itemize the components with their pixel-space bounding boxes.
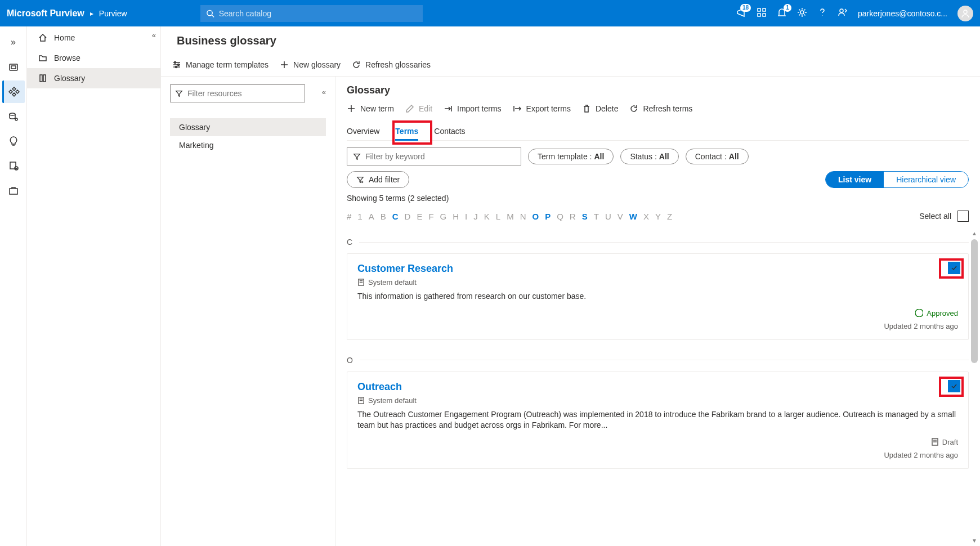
filter-resources[interactable] bbox=[170, 84, 305, 102]
notifications-icon[interactable]: 1 bbox=[777, 7, 787, 19]
book-icon bbox=[38, 74, 47, 83]
glossary-title: Glossary bbox=[347, 84, 969, 96]
main-area: Business glossary Manage term templates … bbox=[161, 26, 980, 546]
user-email[interactable]: parkerjones@contoso.c... bbox=[858, 9, 947, 18]
term-card[interactable]: Customer ResearchSystem defaultThis info… bbox=[347, 253, 969, 340]
keyword-filter-input[interactable] bbox=[365, 152, 515, 161]
alpha-letter-E: E bbox=[417, 212, 422, 221]
user-avatar[interactable] bbox=[957, 6, 973, 21]
alpha-letter-M: M bbox=[507, 212, 514, 221]
resource-item-marketing[interactable]: Marketing bbox=[170, 136, 326, 154]
scroll-down-arrow[interactable]: ▼ bbox=[971, 538, 978, 544]
new-term-button[interactable]: New term bbox=[347, 104, 394, 113]
tab-terms[interactable]: Terms bbox=[395, 122, 418, 140]
breadcrumb-item[interactable]: Purview bbox=[99, 9, 127, 18]
filters-row: Term template :All Status :All Contact :… bbox=[347, 147, 969, 165]
status-filter[interactable]: Status :All bbox=[620, 149, 678, 164]
sidebar-item-home[interactable]: Home bbox=[27, 28, 160, 48]
manage-templates-button[interactable]: Manage term templates bbox=[172, 60, 269, 69]
help-icon[interactable] bbox=[817, 7, 827, 19]
section-header: C bbox=[347, 238, 969, 247]
term-template: System default bbox=[357, 396, 958, 405]
hierarchical-view-button[interactable]: Hierarchical view bbox=[884, 172, 968, 187]
resources-collapse-icon[interactable]: « bbox=[322, 88, 326, 96]
alpha-letter-H: H bbox=[453, 212, 459, 221]
glossary-toolbar: New term Edit Import terms Export terms bbox=[347, 104, 969, 119]
term-title[interactable]: Customer Research bbox=[357, 263, 958, 275]
trash-icon bbox=[582, 104, 591, 113]
svg-rect-15 bbox=[10, 189, 17, 194]
status-badge: Draft bbox=[931, 438, 958, 446]
tab-overview[interactable]: Overview bbox=[347, 122, 379, 140]
resource-item-glossary[interactable]: Glossary bbox=[170, 118, 326, 136]
apps-icon[interactable] bbox=[757, 7, 767, 19]
add-filter-button[interactable]: Add filter bbox=[347, 171, 409, 188]
term-description: The Outreach Customer Engagement Program… bbox=[357, 409, 958, 431]
rail-policy[interactable] bbox=[2, 155, 25, 177]
tab-contacts[interactable]: Contacts bbox=[434, 122, 465, 140]
select-all-checkbox[interactable] bbox=[957, 211, 969, 222]
edit-button: Edit bbox=[405, 104, 432, 113]
catalog-search-input[interactable] bbox=[219, 9, 417, 18]
select-all-label[interactable]: Select all bbox=[919, 212, 951, 221]
delete-button[interactable]: Delete bbox=[582, 104, 618, 113]
catalog-search[interactable] bbox=[200, 5, 423, 22]
alpha-letter-P[interactable]: P bbox=[545, 212, 551, 221]
rail-catalog[interactable] bbox=[2, 80, 25, 103]
page-toolbar: Manage term templates New glossary Refre… bbox=[161, 53, 980, 77]
list-view-button[interactable]: List view bbox=[826, 172, 884, 187]
term-checkbox[interactable] bbox=[948, 380, 960, 392]
import-button[interactable]: Import terms bbox=[444, 104, 502, 113]
refresh-icon bbox=[352, 60, 361, 69]
resource-list: Glossary Marketing bbox=[170, 118, 326, 154]
glossary-panel: Glossary New term Edit Import terms bbox=[335, 77, 980, 546]
term-updated: Updated 2 months ago bbox=[884, 451, 958, 459]
rail-management[interactable] bbox=[2, 180, 25, 202]
filter-resources-input[interactable] bbox=[187, 89, 300, 98]
alpha-letter-W[interactable]: W bbox=[629, 212, 637, 221]
feedback-icon[interactable] bbox=[838, 7, 848, 19]
settings-icon[interactable] bbox=[797, 7, 807, 19]
template-filter[interactable]: Term template :All bbox=[528, 149, 614, 164]
term-checkbox[interactable] bbox=[948, 262, 960, 274]
nav-rail: » bbox=[0, 26, 27, 546]
alpha-letter-T: T bbox=[594, 212, 599, 221]
sidebar-item-label: Browse bbox=[54, 53, 80, 62]
status-badge: Approved bbox=[915, 309, 958, 317]
folder-icon bbox=[38, 53, 47, 62]
rail-expand[interactable]: » bbox=[2, 31, 25, 53]
alphabet-index: #1ABCDEFGHIJKLMNOPQRSTUVWXYZSelect all bbox=[347, 211, 969, 222]
sidebar-item-label: Home bbox=[54, 33, 75, 42]
term-title[interactable]: Outreach bbox=[357, 381, 958, 393]
new-glossary-button[interactable]: New glossary bbox=[280, 60, 341, 69]
filter-icon bbox=[175, 89, 183, 97]
filters-row-2: Add filter List view Hierarchical view bbox=[347, 171, 969, 188]
contact-filter[interactable]: Contact :All bbox=[686, 149, 749, 164]
showing-text: Showing 5 terms (2 selected) bbox=[347, 194, 969, 203]
alpha-letter-C[interactable]: C bbox=[392, 212, 399, 221]
alpha-letter-B: B bbox=[381, 212, 386, 221]
search-icon bbox=[206, 9, 214, 18]
notifications-badge: 1 bbox=[784, 4, 791, 12]
term-description: This information is gathered from resear… bbox=[357, 291, 958, 302]
alpha-letter-Q: Q bbox=[557, 212, 563, 221]
sidebar-item-glossary[interactable]: Glossary bbox=[27, 68, 160, 88]
announcements-icon[interactable]: 18 bbox=[736, 7, 746, 19]
rail-data-map[interactable] bbox=[2, 105, 25, 128]
alpha-letter-S[interactable]: S bbox=[582, 212, 588, 221]
term-card[interactable]: OutreachSystem defaultThe Outreach Custo… bbox=[347, 372, 969, 469]
svg-point-6 bbox=[800, 11, 804, 14]
scroll-up-arrow[interactable]: ▲ bbox=[971, 230, 978, 236]
alpha-letter-O[interactable]: O bbox=[532, 212, 539, 221]
refresh-glossaries-button[interactable]: Refresh glossaries bbox=[352, 60, 431, 69]
export-button[interactable]: Export terms bbox=[513, 104, 571, 113]
term-footer: DraftUpdated 2 months ago bbox=[357, 438, 958, 459]
sidebar-collapse-icon[interactable]: « bbox=[152, 31, 156, 39]
rail-insights[interactable] bbox=[2, 130, 25, 153]
refresh-terms-button[interactable]: Refresh terms bbox=[629, 104, 692, 113]
rail-sources[interactable] bbox=[2, 56, 25, 78]
alpha-letter-D: D bbox=[405, 212, 411, 221]
scrollbar-thumb[interactable] bbox=[971, 239, 978, 363]
sidebar-item-browse[interactable]: Browse bbox=[27, 48, 160, 68]
keyword-filter[interactable] bbox=[347, 147, 521, 165]
